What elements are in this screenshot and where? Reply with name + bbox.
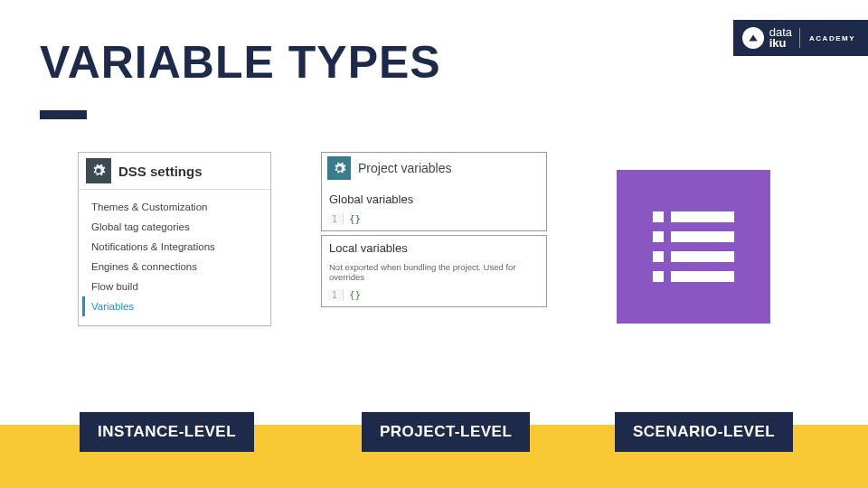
page-title: VARIABLE TYPES [40, 36, 441, 89]
menu-item-notifications[interactable]: Notifications & Integrations [82, 237, 267, 257]
menu-item-global-tags[interactable]: Global tag categories [82, 217, 267, 237]
local-variables-heading: Local variables [322, 236, 546, 257]
brand-badge: data iku ACADEMY [733, 20, 868, 56]
code-braces: {} [349, 289, 361, 301]
column-scenario [580, 152, 807, 326]
scenario-level-label: SCENARIO-LEVEL [615, 412, 793, 452]
column-instance: DSS settings Themes & Customization Glob… [61, 152, 288, 326]
local-vars-code-editor[interactable]: 1 {} [327, 289, 541, 301]
list-icon [653, 211, 734, 282]
global-vars-code-editor[interactable]: 1 {} [327, 213, 541, 225]
line-number: 1 [327, 213, 344, 225]
menu-item-themes[interactable]: Themes & Customization [82, 197, 267, 217]
line-number: 1 [327, 289, 344, 301]
menu-item-flow-build[interactable]: Flow build [82, 277, 267, 296]
dss-settings-card: DSS settings Themes & Customization Glob… [78, 152, 271, 326]
menu-item-variables[interactable]: Variables [82, 296, 267, 316]
instance-level-label: INSTANCE-LEVEL [80, 412, 254, 452]
code-braces: {} [349, 213, 361, 225]
brand-separator [799, 28, 800, 48]
content-columns: DSS settings Themes & Customization Glob… [0, 152, 868, 326]
project-variables-title: Project variables [358, 161, 452, 175]
global-variables-heading: Global variables [322, 183, 546, 210]
brand-text: data iku [769, 27, 792, 49]
project-variables-card-local: Local variables Not exported when bundli… [321, 235, 547, 307]
brand-academy-label: ACADEMY [809, 34, 855, 42]
local-variables-hint: Not exported when bundling the project. … [322, 257, 546, 286]
gears-icon [327, 156, 351, 180]
gears-icon [86, 158, 111, 183]
scenario-icon-box [617, 170, 770, 324]
title-underline [40, 110, 87, 119]
project-level-label: PROJECT-LEVEL [362, 412, 530, 452]
brand-logo-icon [742, 27, 764, 49]
dss-settings-title: DSS settings [118, 164, 203, 179]
column-project: Project variables Global variables 1 {} … [321, 152, 547, 326]
dss-settings-header: DSS settings [79, 153, 270, 190]
project-variables-header: Project variables [322, 153, 546, 183]
project-variables-card-global: Project variables Global variables 1 {} [321, 152, 547, 231]
menu-item-engines[interactable]: Engines & connections [82, 257, 267, 277]
dss-settings-menu: Themes & Customization Global tag catego… [79, 190, 270, 325]
